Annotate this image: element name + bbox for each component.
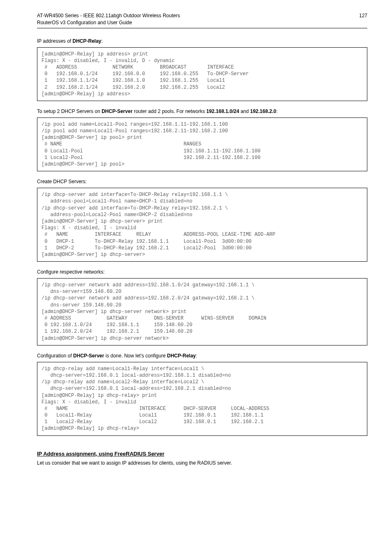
page-header: AT-WR4500 Series - IEEE 802.11abgh Outdo… [37, 12, 367, 26]
section-3-title: Create DHCP Servers: [37, 179, 367, 184]
page-number: 127 [359, 12, 367, 19]
code-block-pools: /ip pool add name=Local1-Pool ranges=192… [37, 117, 367, 171]
section-5-title: Configuration of DHCP-Server is done. No… [37, 353, 367, 359]
header-divider [37, 28, 367, 28]
section-6-heading: IP Address assignment, using FreeRADIUS … [37, 451, 367, 457]
code-block-networks: /ip dhcp-server network add address=192.… [37, 278, 367, 345]
code-block-dhcp-servers: /ip dhcp-server add interface=To-DHCP-Re… [37, 188, 367, 262]
page-content: AT-WR4500 Series - IEEE 802.11abgh Outdo… [0, 0, 392, 494]
section-6-paragraph: Let us consider that we want to assign I… [37, 460, 367, 466]
header-title-line1: AT-WR4500 Series - IEEE 802.11abgh Outdo… [37, 12, 180, 19]
section-4-title: Configure respective networks: [37, 269, 367, 275]
header-title-line2: RouterOS v3 Configuration and User Guide [37, 19, 367, 26]
code-block-dhcp-relay: /ip dhcp-relay add name=Local1-Relay int… [37, 362, 367, 436]
code-block-ip-addresses: [admin@DHCP-Relay] ip address> print Fla… [37, 47, 367, 101]
section-2-title: To setup 2 DHCP Servers on DHCP-Server r… [37, 108, 367, 114]
section-1-title: IP addresses of DHCP-Relay: [37, 38, 367, 44]
